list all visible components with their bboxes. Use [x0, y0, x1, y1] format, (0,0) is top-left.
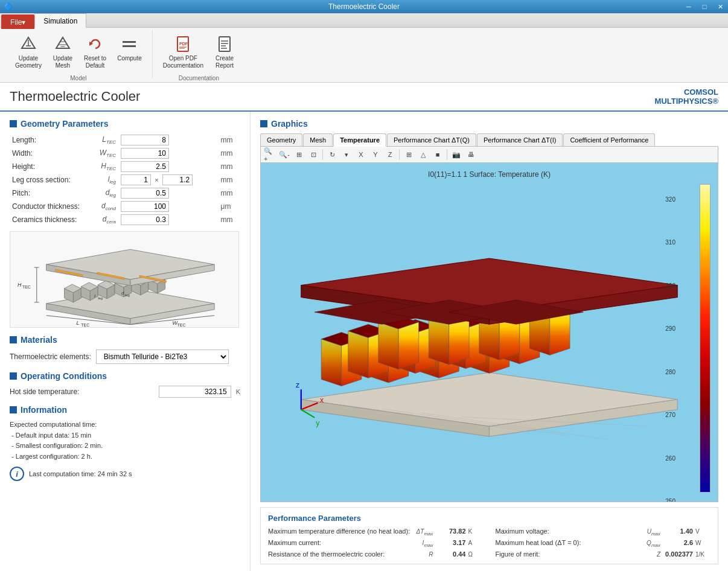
rotate-button[interactable]: ↻: [325, 148, 339, 161]
view-dropdown[interactable]: ▾: [340, 148, 353, 161]
param-input-cond[interactable]: [121, 201, 169, 212]
param-unit-width: mm: [219, 147, 240, 160]
ribbon-group-docs: PDF Open PDFDocumentation: [153, 30, 245, 78]
param-row-width: Width: WTEC mm: [10, 147, 240, 160]
param-input-length[interactable]: [121, 135, 169, 145]
param-unit-cera: mm: [219, 213, 240, 226]
svg-text:d: d: [121, 290, 124, 296]
zoom-selection-button[interactable]: ⊡: [307, 148, 320, 161]
perf-val-imax: 3.17: [436, 539, 466, 546]
minimize-button[interactable]: ─: [681, 0, 697, 13]
tab-geometry[interactable]: Geometry: [260, 133, 302, 146]
perf-grid: Maximum temperature difference (no heat …: [268, 528, 710, 558]
reset-default-button[interactable]: Reset toDefault: [80, 31, 110, 72]
svg-text:L: L: [76, 320, 79, 326]
perf-label-z: Figure of merit:: [496, 550, 654, 558]
material-select[interactable]: Bismuth Telluride - Bi2Te3: [96, 349, 229, 364]
perf-unit-qmax: W: [695, 540, 710, 546]
param-input-pitch[interactable]: [121, 188, 169, 199]
two-pane: Geometry Parameters Length: LTEC mm Widt…: [0, 112, 728, 571]
window-title: Thermoelectric Cooler: [328, 2, 400, 11]
maximize-button[interactable]: □: [697, 0, 712, 13]
geometry-section-header: Geometry Parameters: [10, 119, 240, 129]
info-text: Expected computational time: - Default i…: [10, 419, 240, 462]
perf-val-dt: 73.82: [436, 528, 466, 535]
zoom-extents-button[interactable]: ⊞: [292, 148, 305, 161]
update-geometry-button[interactable]: UpdateGeometry: [11, 31, 46, 72]
wireframe-button[interactable]: △: [417, 148, 430, 161]
perf-row-qmax: Maximum heat load (ΔT = 0): Qmax 2.6 W: [496, 539, 711, 548]
param-unit-cond: μm: [219, 200, 240, 213]
param-input-width[interactable]: [121, 148, 169, 159]
surface-button[interactable]: ■: [431, 148, 444, 161]
graphics-title: Graphics: [271, 119, 308, 129]
docs-buttons: PDF Open PDFDocumentation: [159, 31, 239, 72]
param-row-cross: Leg cross section: lleg × mm: [10, 173, 240, 187]
view-y[interactable]: Y: [369, 148, 382, 161]
view-x[interactable]: X: [354, 148, 368, 161]
svg-text:H: H: [18, 282, 22, 288]
tab-simulation[interactable]: Simulation: [34, 13, 86, 28]
tab-perf-q[interactable]: Performance Chart ΔT(Q): [387, 133, 476, 146]
last-computation-row: i Last computation time: 24 min 32 s: [10, 467, 240, 481]
open-pdf-label: Open PDFDocumentation: [163, 55, 203, 69]
hot-side-input[interactable]: [159, 386, 231, 398]
tab-mesh[interactable]: Mesh: [303, 133, 333, 146]
param-sym-cross: lleg: [88, 173, 118, 187]
param-label-pitch: Pitch:: [10, 187, 88, 200]
material-label: Thermoelectric elements:: [10, 352, 91, 361]
graphics-header: Graphics: [260, 119, 718, 129]
view-z[interactable]: Z: [383, 148, 397, 161]
param-row-height: Height: HTEC mm: [10, 160, 240, 173]
compute-button[interactable]: Compute: [113, 31, 146, 65]
op-cond-row: Hot side temperature: K: [10, 386, 240, 398]
perf-sym-z: Z: [657, 551, 660, 558]
zoom-in-button[interactable]: 🔍+: [263, 148, 276, 161]
svg-marker-97: [449, 317, 469, 365]
zoom-out-button[interactable]: 🔍-: [278, 148, 291, 161]
param-row-cond: Conductor thickness: dcond μm: [10, 200, 240, 213]
geometry-section-square: [10, 120, 17, 127]
perf-label-qmax: Maximum heat load (ΔT = 0):: [496, 539, 645, 546]
colorbar-labels: 320 310 300 290 280 270 260 250: [665, 196, 678, 502]
open-pdf-button[interactable]: PDF Open PDFDocumentation: [159, 31, 208, 72]
app-title: Thermoelectric Cooler: [10, 89, 140, 104]
tab-temperature[interactable]: Temperature: [333, 133, 386, 147]
param-input-height[interactable]: [121, 161, 169, 172]
geometry-params-table: Length: LTEC mm Width: WTEC mm Height: H…: [10, 133, 240, 226]
param-sym-height: HTEC: [88, 160, 118, 173]
update-mesh-button[interactable]: UpdateMesh: [48, 31, 77, 72]
model-group-label: Model: [70, 75, 86, 81]
print-button[interactable]: 🖶: [464, 148, 477, 161]
tab-perf-i[interactable]: Performance Chart ΔT(I): [477, 133, 563, 146]
grid-button[interactable]: ⊞: [402, 148, 415, 161]
param-input-cera[interactable]: [121, 214, 169, 225]
create-report-label: CreateReport: [216, 55, 234, 69]
perf-section: Performance Parameters Maximum temperatu…: [260, 507, 718, 564]
close-button[interactable]: ✕: [712, 0, 728, 13]
perf-row-imax: Maximum current: Imax 3.17 A: [268, 539, 484, 548]
param-label-width: Width:: [10, 147, 88, 160]
info-section-square: [10, 406, 17, 413]
param-input-cell-pitch: [118, 187, 219, 200]
materials-section-square: [10, 336, 17, 343]
param-input-cross1[interactable]: [121, 174, 151, 185]
param-input-cross2[interactable]: [162, 174, 193, 185]
screenshot-button[interactable]: 📷: [450, 148, 463, 161]
perf-label-dt: Maximum temperature difference (no heat …: [268, 528, 414, 535]
param-input-cell-cond: [118, 200, 219, 213]
param-input-cell-height: [118, 160, 219, 173]
title-controls: ─ □ ✕: [681, 0, 728, 13]
create-report-button[interactable]: CreateReport: [210, 31, 239, 72]
svg-text:y: y: [316, 419, 320, 427]
svg-marker-95: [429, 317, 449, 365]
param-row-cera: Ceramics thickness: dcera mm: [10, 213, 240, 226]
param-unit-length: mm: [219, 133, 240, 147]
tec-3d-svg: z x y: [261, 163, 718, 502]
graphics-tabs: Geometry Mesh Temperature Performance Ch…: [260, 133, 718, 147]
perf-row-r: Resistance of the thermoelectric cooler:…: [268, 550, 484, 558]
hot-side-label: Hot side temperature:: [10, 388, 154, 396]
tab-cop[interactable]: Coefficient of Performance: [563, 133, 655, 146]
perf-title: Performance Parameters: [268, 514, 710, 523]
tab-file[interactable]: File ▾: [1, 14, 34, 29]
